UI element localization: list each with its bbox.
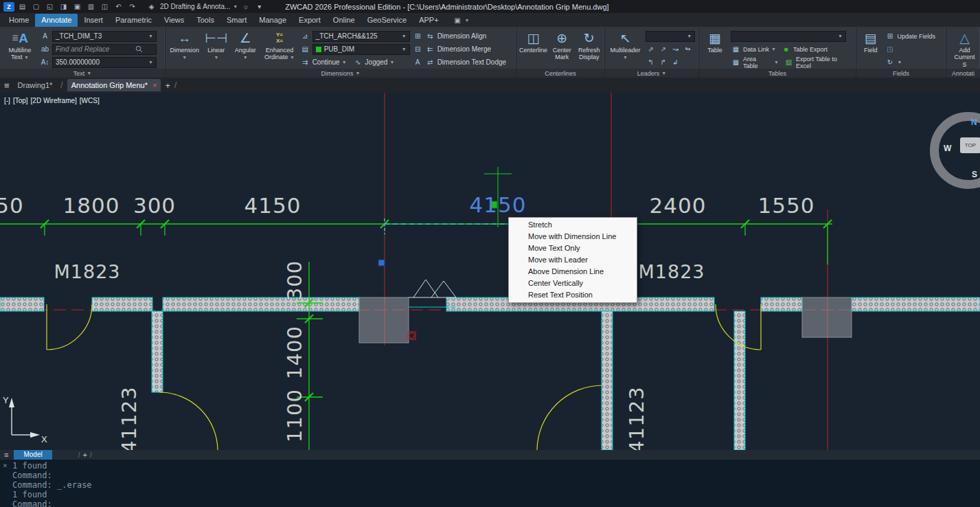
panel-label-leaders[interactable]: Leaders▼ (605, 69, 698, 78)
viewport-minimize-control[interactable]: [-] (4, 97, 10, 104)
plot-preview-icon[interactable]: ◫ (99, 1, 111, 12)
table-button[interactable]: ▦ Table (702, 28, 728, 69)
dimension-label[interactable]: 50 (0, 193, 24, 218)
leader-style-select[interactable]: ▼ (646, 31, 695, 42)
enhanced-ordinate-button[interactable]: Y=X= EnhancedOrdinate ▼ (262, 28, 297, 69)
save-as-icon[interactable]: ▣ (71, 1, 83, 12)
dimension-text-dodge-button[interactable]: Dimension Text Dodge (437, 58, 506, 66)
find-replace-input[interactable] (56, 45, 135, 53)
dimension-label[interactable]: 300 (133, 193, 176, 218)
field-button[interactable]: ▤ Field (859, 28, 882, 69)
nav-west[interactable]: W (944, 144, 951, 153)
dimension-label[interactable]: 4150 (244, 193, 301, 218)
tab-manage[interactable]: Manage (253, 14, 293, 27)
viewport-wcs-control[interactable]: [WCS] (80, 97, 100, 104)
tab-parametric[interactable]: Parametric (109, 14, 158, 27)
panel-label-tables[interactable]: Tables (699, 69, 856, 78)
close-icon[interactable]: × (3, 461, 10, 471)
save-icon[interactable]: ◨ (58, 1, 69, 12)
add-current-scale-button[interactable]: △ AddCurrent S (952, 28, 977, 69)
menu-item-move-with-leader[interactable]: Move with Leader (509, 254, 637, 266)
menu-item-move-with-dimension-line[interactable]: Move with Dimension Line (509, 231, 637, 243)
menu-item-center-vertically[interactable]: Center Vertically (509, 278, 637, 289)
refresh-display-button[interactable]: ↻ RefreshDisplay (577, 28, 602, 69)
selected-dimension-label[interactable]: 4150 (470, 192, 527, 217)
tab-online[interactable]: Online (327, 14, 361, 27)
command-line-panel[interactable]: × 1 found Command: Command: _.erase 1 fo… (0, 460, 980, 507)
drawing-canvas[interactable]: [-] [Top] [2D Wireframe] [WCS] (0, 93, 980, 450)
panel-label-text[interactable]: Text▼ (0, 69, 165, 78)
menu-item-reset-text-position[interactable]: Reset Text Position (509, 289, 637, 301)
table-style-select[interactable]: ▼ (731, 31, 846, 42)
data-link-button[interactable]: ▦ Data Link▼ (731, 45, 776, 54)
doc-menu-icon[interactable]: ≡ (4, 80, 10, 91)
dim-layer-select[interactable]: PUB_DIM▼ (312, 44, 410, 55)
new-drawing-tab-button[interactable]: + (165, 80, 170, 91)
leader-option-icon-2[interactable]: ↱ (658, 58, 668, 67)
layout-menu-icon[interactable]: ≡ (4, 451, 8, 459)
field-display-icon[interactable]: ◳ (885, 45, 895, 54)
menu-item-above-dimension-line[interactable]: Above Dimension Line (509, 266, 637, 278)
collect-leader-icon[interactable]: ↬ (683, 45, 693, 54)
close-tab-icon[interactable]: × (152, 81, 157, 89)
jogged-dimension-button[interactable]: ∿ Jogged▼ (353, 58, 395, 67)
leader-option-icon-3[interactable]: ↲ (670, 58, 681, 67)
dimension-label-vertical[interactable]: 1400 (283, 326, 306, 379)
dimension-label[interactable]: 2400 (650, 193, 707, 218)
search-icon[interactable] (135, 45, 143, 53)
panel-label-annotation[interactable]: Annotati (946, 69, 980, 78)
text-height-select[interactable]: 350.00000000▼ (52, 57, 157, 68)
panel-label-fields[interactable]: Fields (856, 69, 946, 78)
ribbon-style-icon[interactable]: ▣ (452, 15, 464, 25)
viewport-visual-style-control[interactable]: [2D Wireframe] (31, 97, 77, 104)
open-icon[interactable]: ◱ (44, 1, 56, 12)
area-table-button[interactable]: ▦ Area Table▼ (731, 56, 779, 69)
undo-icon[interactable]: ↶ (113, 1, 124, 12)
tab-app-plus[interactable]: APP+ (413, 14, 444, 27)
continue-dimension-button[interactable]: ⇉ Continue▼ (300, 58, 347, 67)
tab-tools[interactable]: Tools (190, 14, 220, 27)
app-logo[interactable]: Z (3, 2, 14, 12)
panel-label-dimensions[interactable]: Dimensions▼ (166, 69, 516, 78)
viewport-view-control[interactable]: [Top] (13, 97, 28, 104)
center-mark-button[interactable]: ⊕ CenterMark (550, 28, 574, 69)
tab-annotate[interactable]: Annotate (35, 14, 78, 27)
workspace-select[interactable]: ◈ 2D Drafting & Annota... ▼ (146, 1, 238, 12)
nav-south[interactable]: S (972, 170, 977, 179)
tab-insert[interactable]: Insert (78, 14, 109, 27)
centerline-button[interactable]: ◫ Centerline (519, 28, 547, 69)
regen-icon[interactable]: ↻ (885, 58, 895, 67)
dimension-merge-button[interactable]: Dimension Merge (437, 45, 491, 53)
ucs-icon[interactable]: Y X (3, 395, 47, 444)
room-label[interactable]: M1823 (54, 261, 120, 282)
room-label[interactable]: M1823 (638, 261, 705, 282)
menu-item-stretch[interactable]: Stretch (509, 219, 637, 231)
tab-drawing1[interactable]: Drawing1* (14, 79, 57, 91)
dimension-label-side[interactable]: 41123 (625, 386, 648, 450)
drawing-geometry[interactable]: Y X (0, 93, 980, 450)
tab-annotation-grip-menu[interactable]: Annotation Grip Menu* × (67, 79, 161, 91)
ribbon-options-icon[interactable]: ▾ (253, 1, 265, 12)
command-prompt-line[interactable]: Command: (3, 499, 980, 507)
nav-north[interactable]: N (971, 117, 977, 127)
chevron-down-icon[interactable]: ▼ (897, 60, 902, 65)
tab-home[interactable]: Home (3, 14, 35, 27)
tab-smart[interactable]: Smart (220, 14, 253, 27)
dimension-button[interactable]: ↔ Dimension▼ (168, 28, 201, 69)
multileader-button[interactable]: ↖ Multileader▼ (608, 28, 643, 69)
align-leader-icon[interactable]: ↝ (670, 45, 681, 54)
menu-item-move-text-only[interactable]: Move Text Only (509, 243, 637, 254)
nav-top-face[interactable]: TOP (960, 137, 980, 153)
linear-dimension-button[interactable]: ⊢⊣ Linear▼ (204, 28, 229, 69)
table-export-button[interactable]: ■ Table Export (781, 45, 828, 54)
update-fields-button[interactable]: ⊞ Update Fields (885, 32, 935, 41)
add-leader-icon[interactable]: ⇗ (646, 45, 656, 54)
multiline-text-button[interactable]: ≣A Multiline Text ▼ (3, 28, 37, 69)
dimension-label-vertical[interactable]: 1100 (283, 389, 306, 442)
panel-label-centerlines[interactable]: Centerlines (516, 69, 604, 78)
leader-option-icon-1[interactable]: ↰ (646, 58, 656, 67)
dimension-label-vertical[interactable]: 300 (283, 260, 306, 300)
dimension-label[interactable]: 1800 (63, 193, 120, 218)
dimension-align-button[interactable]: Dimension Align (437, 32, 487, 40)
tab-geoservice[interactable]: GeoService (361, 14, 413, 27)
